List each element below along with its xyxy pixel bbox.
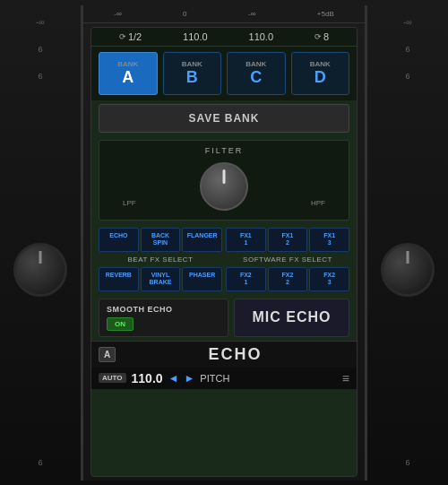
right-tick-4: 6: [405, 458, 409, 467]
left-panel: -∞ 6 6 6: [0, 0, 81, 485]
vinyl-brake-button[interactable]: VINYLBRAKE: [141, 267, 181, 291]
sync-icon-1: ⟳: [119, 32, 126, 41]
fx2-2-button[interactable]: FX22: [268, 267, 308, 291]
save-bank-button[interactable]: SAVE BANK: [99, 104, 349, 133]
bpm2-display: 110.0: [249, 31, 274, 42]
bank-d-label: BANK: [296, 60, 346, 68]
bpm-transport: 110.0: [132, 371, 163, 385]
software-fx-row1: FX11 FX12 FX13: [226, 228, 349, 252]
filter-lpf-label: LPF: [123, 199, 136, 207]
back-spin-button[interactable]: BACKSPIN: [141, 228, 181, 252]
device-outer: -∞ 6 6 6 -∞ 6 6 6 -∞ 0 -∞ +5dB: [0, 0, 448, 485]
bank-a-button[interactable]: BANK A: [99, 52, 158, 96]
bank-c-letter: C: [231, 68, 281, 88]
bank-a-label: BANK: [103, 60, 153, 68]
reverb-button[interactable]: REVERB: [99, 267, 139, 291]
right-knob-group: [381, 243, 435, 297]
bank-b-letter: B: [168, 68, 218, 88]
right-ruler: -∞ 6 6: [403, 18, 411, 81]
lcd-screen: ⟳ 1/2 110.0 110.0 ⟳ 8 BANK A BANK B: [90, 27, 358, 477]
info-bar: ⟳ 1/2 110.0 110.0 ⟳ 8: [91, 28, 357, 47]
filter-knob[interactable]: [200, 162, 248, 211]
bank-selector: BANK A BANK B BANK C BANK D: [91, 47, 357, 101]
transport-bar: AUTO 110.0 ◄ ► PITCH ≡: [91, 368, 357, 389]
ruler-mark-2: 0: [183, 10, 186, 18]
bank-b-label: BANK: [168, 60, 218, 68]
right-big-knob[interactable]: [381, 243, 435, 297]
prev-arrow-button[interactable]: ◄: [168, 372, 179, 385]
mic-echo-button[interactable]: MIC ECHO: [234, 299, 349, 337]
menu-icon[interactable]: ≡: [342, 371, 349, 385]
smooth-echo-title: SMOOTH ECHO: [107, 305, 220, 314]
main-panel: -∞ 0 -∞ +5dB ⟳ 1/2 110.0 110.0 ⟳ 8: [81, 5, 367, 481]
right-tick-3: 6: [405, 72, 409, 81]
filter-knob-container: LPF HPF: [105, 159, 343, 214]
right-tick-2: 6: [405, 45, 409, 54]
filter-section: FILTER LPF HPF: [99, 140, 349, 221]
right-panel: -∞ 6 6 6: [367, 0, 448, 485]
auto-badge: AUTO: [99, 373, 126, 383]
bpm1-display: 110.0: [183, 31, 208, 42]
fx2-1-button[interactable]: FX21: [226, 267, 266, 291]
pitch-label: PITCH: [200, 373, 336, 384]
ruler-mark-3: -∞: [248, 10, 255, 18]
beats-group: ⟳ 8: [314, 31, 329, 42]
bank-a-letter: A: [103, 68, 153, 88]
top-ruler: -∞ 0 -∞ +5dB: [83, 5, 365, 23]
beat-fx-row1: ECHO BACKSPIN FLANGER: [99, 228, 222, 252]
left-big-knob[interactable]: [13, 243, 67, 297]
beat-fx-label: BEAT FX SELECT: [99, 254, 222, 265]
bottom-bank-badge: A: [99, 347, 116, 362]
left-tick-3: 6: [38, 72, 42, 81]
bottom-title: ECHO: [121, 345, 349, 364]
fx1-1-button[interactable]: FX11: [226, 228, 266, 252]
software-fx-label: SOFTWARE FX SELECT: [226, 254, 349, 265]
beats-value: 8: [323, 31, 329, 42]
beat-fx-row2: REVERB VINYLBRAKE PHASER: [99, 267, 222, 291]
software-fx-row2: FX21 FX22 FX23: [226, 267, 349, 291]
bank-c-label: BANK: [231, 60, 281, 68]
bank-d-letter: D: [296, 68, 346, 88]
filter-hpf-label: HPF: [311, 199, 325, 207]
next-arrow-button[interactable]: ►: [184, 372, 194, 385]
left-tick-1: -∞: [36, 18, 44, 27]
ruler-mark-1: -∞: [114, 10, 121, 18]
bpm-fraction: 1/2: [128, 31, 142, 42]
bank-b-button[interactable]: BANK B: [163, 52, 222, 96]
echo-button[interactable]: ECHO: [99, 228, 139, 252]
fx1-3-button[interactable]: FX13: [309, 228, 349, 252]
bpm-fraction-group: ⟳ 1/2: [119, 31, 142, 42]
beat-fx-group: ECHO BACKSPIN FLANGER BEAT FX SELECT REV…: [99, 228, 222, 291]
echo-section: SMOOTH ECHO ON MIC ECHO: [99, 299, 349, 337]
left-ruler: -∞ 6 6: [36, 18, 44, 81]
sync-icon-2: ⟳: [314, 32, 322, 41]
phaser-button[interactable]: PHASER: [182, 267, 222, 291]
fx2-3-button[interactable]: FX23: [309, 267, 349, 291]
left-tick-4: 6: [38, 458, 42, 467]
smooth-echo-box: SMOOTH ECHO ON: [99, 299, 228, 337]
right-ruler-bottom: 6: [405, 458, 409, 467]
bank-c-button[interactable]: BANK C: [227, 52, 286, 96]
left-tick-2: 6: [38, 45, 42, 54]
right-tick-1: -∞: [403, 18, 411, 27]
software-fx-group: FX11 FX12 FX13 SOFTWARE FX SELECT FX21 F…: [226, 228, 349, 291]
smooth-echo-on-button[interactable]: ON: [107, 317, 134, 331]
left-knob-group: [13, 243, 67, 297]
bottom-bar: A ECHO: [91, 341, 357, 368]
fx-grid: ECHO BACKSPIN FLANGER BEAT FX SELECT REV…: [99, 228, 349, 291]
flanger-button[interactable]: FLANGER: [182, 228, 222, 252]
fx1-2-button[interactable]: FX12: [268, 228, 308, 252]
left-ruler-bottom: 6: [38, 458, 42, 467]
bank-d-button[interactable]: BANK D: [291, 52, 350, 96]
ruler-mark-4: +5dB: [317, 10, 334, 18]
filter-title: FILTER: [105, 146, 343, 155]
